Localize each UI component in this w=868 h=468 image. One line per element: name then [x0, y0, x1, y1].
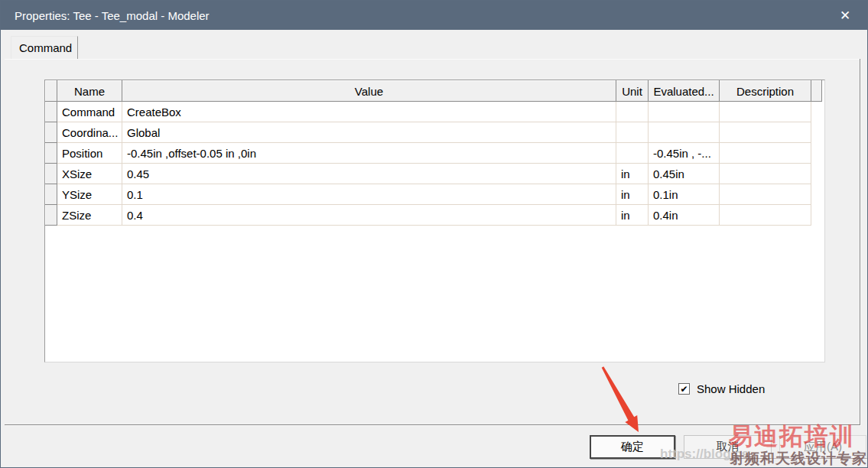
table-row: Position -0.45in ,offset-0.05 in ,0in -0…: [46, 143, 822, 164]
cell-value[interactable]: Global: [122, 122, 616, 143]
cell-value[interactable]: 0.45: [122, 164, 616, 184]
cell-name: YSize: [57, 184, 122, 205]
cell-evaluated: 0.45in: [649, 164, 720, 184]
cell-unit[interactable]: in: [616, 164, 649, 184]
cell-description[interactable]: [720, 102, 811, 122]
cell-value[interactable]: 0.4: [122, 205, 616, 226]
cell-name: ZSize: [57, 205, 122, 226]
table-row: YSize 0.1 in 0.1in: [46, 184, 822, 205]
cell-unit[interactable]: [616, 122, 649, 143]
col-header-description[interactable]: Description: [720, 81, 811, 102]
cell-unit[interactable]: in: [616, 184, 649, 205]
cell-name: Position: [57, 143, 122, 164]
cell-description[interactable]: [720, 164, 811, 184]
show-hidden-label: Show Hidden: [697, 382, 765, 395]
cell-description[interactable]: [720, 205, 811, 226]
col-header-evaluated[interactable]: Evaluated...: [649, 81, 720, 102]
row-selector[interactable]: [46, 164, 57, 184]
row-selector[interactable]: [46, 122, 57, 143]
apply-button[interactable]: 应用(A): [779, 435, 866, 459]
properties-grid: Name Value Unit Evaluated... Description…: [44, 80, 825, 362]
col-header-stub: [811, 81, 822, 102]
cell-name: Coordina...: [57, 122, 122, 143]
cell-value[interactable]: CreateBox: [122, 102, 616, 122]
cell-unit[interactable]: [616, 102, 649, 122]
corner-selector[interactable]: [46, 81, 57, 102]
cell-unit[interactable]: in: [616, 205, 649, 226]
cell-name: Command: [57, 102, 122, 122]
col-header-value[interactable]: Value: [122, 81, 616, 102]
cell-description[interactable]: [720, 184, 811, 205]
cell-description[interactable]: [720, 143, 811, 164]
col-header-unit[interactable]: Unit: [616, 81, 649, 102]
table-row: ZSize 0.4 in 0.4in: [46, 205, 822, 226]
cell-evaluated: 0.1in: [649, 184, 720, 205]
properties-dialog: { "window": { "title": "Properties: Tee …: [0, 0, 868, 468]
cell-evaluated: [649, 102, 720, 122]
tab-command[interactable]: Command: [11, 36, 78, 59]
table-row: XSize 0.45 in 0.45in: [46, 164, 822, 184]
table-header-row: Name Value Unit Evaluated... Description: [46, 81, 822, 102]
cell-evaluated: -0.45in , -...: [649, 143, 720, 164]
cell-evaluated: [649, 122, 720, 143]
check-icon: ✔: [680, 384, 688, 395]
table-row: Coordina... Global: [46, 122, 822, 143]
tab-command-label: Command: [19, 41, 72, 54]
cell-unit[interactable]: [616, 143, 649, 164]
row-selector[interactable]: [46, 143, 57, 164]
show-hidden-option: ✔ Show Hidden: [678, 382, 765, 395]
row-selector[interactable]: [46, 184, 57, 205]
properties-table: Name Value Unit Evaluated... Description…: [45, 80, 822, 226]
cell-description[interactable]: [720, 122, 811, 143]
cell-value[interactable]: -0.45in ,offset-0.05 in ,0in: [122, 143, 616, 164]
cell-evaluated: 0.4in: [649, 205, 720, 226]
window-title: Properties: Tee - Tee_modal - Modeler: [15, 9, 210, 22]
ok-button[interactable]: 确定: [590, 435, 675, 459]
close-icon[interactable]: ✕: [834, 1, 857, 30]
cell-value[interactable]: 0.1: [122, 184, 616, 205]
title-bar[interactable]: Properties: Tee - Tee_modal - Modeler: [1, 1, 867, 30]
col-header-name[interactable]: Name: [57, 81, 122, 102]
show-hidden-checkbox[interactable]: ✔: [678, 383, 690, 395]
cell-name: XSize: [57, 164, 122, 184]
cancel-button[interactable]: 取消: [684, 435, 772, 459]
row-selector[interactable]: [46, 102, 57, 122]
table-row: Command CreateBox: [46, 102, 822, 122]
row-selector[interactable]: [46, 205, 57, 226]
